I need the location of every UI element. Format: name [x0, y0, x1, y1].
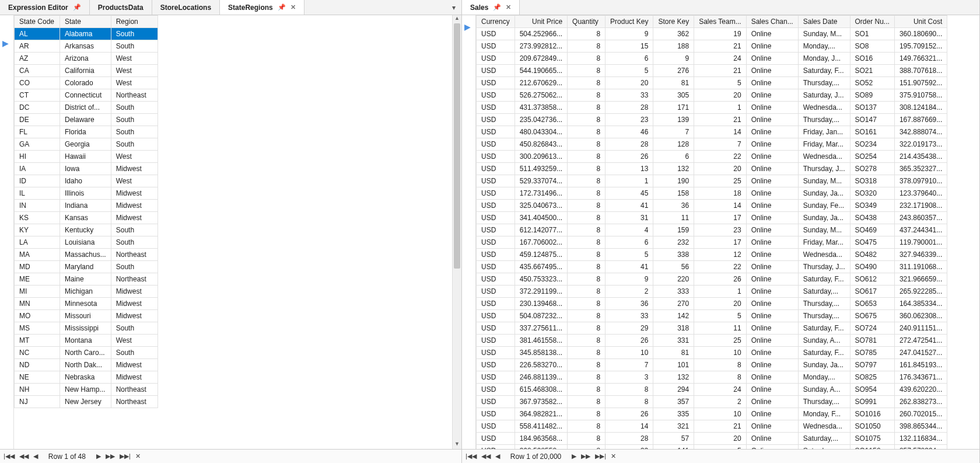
table-cell[interactable]: 142 [653, 310, 694, 322]
table-cell[interactable]: Sunday, M... [798, 28, 850, 40]
table-cell[interactable]: 1 [606, 175, 653, 187]
scroll-down-icon[interactable]: ▼ [453, 441, 461, 449]
table-cell[interactable]: 8 [568, 298, 606, 310]
table-cell[interactable]: 398.865344... [894, 420, 947, 433]
table-cell[interactable]: 362 [653, 28, 694, 40]
table-cell[interactable]: Nebraska [60, 371, 111, 384]
table-cell[interactable]: 8 [568, 359, 606, 371]
table-cell[interactable]: 212.670629... [514, 77, 567, 89]
table-row[interactable]: MEMaineNortheast [15, 273, 158, 286]
table-cell[interactable]: 378.097910... [894, 175, 947, 187]
table-cell[interactable]: 164.385334... [894, 298, 947, 310]
table-cell[interactable]: SO1075 [850, 433, 894, 445]
table-cell[interactable]: USD [477, 310, 515, 322]
table-cell[interactable]: 232 [653, 236, 694, 249]
table-cell[interactable]: USD [477, 187, 515, 200]
table-cell[interactable]: 8 [568, 212, 606, 224]
table-cell[interactable]: Arizona [60, 53, 111, 65]
table-cell[interactable]: 8 [568, 396, 606, 408]
nav-prev-icon[interactable]: ◀ [494, 452, 501, 460]
table-cell[interactable]: USD [477, 408, 515, 420]
table-row[interactable]: NENebraskaMidwest [15, 371, 158, 384]
table-row[interactable]: FLFloridaSouth [15, 126, 158, 138]
table-row[interactable]: DCDistrict of...South [15, 102, 158, 114]
column-header[interactable]: Currency [477, 16, 515, 28]
table-row[interactable]: USD504.087232...8331425OnlineThursday,..… [477, 310, 947, 322]
table-cell[interactable]: SO825 [850, 371, 894, 384]
table-cell[interactable]: SO1016 [850, 408, 894, 420]
table-cell[interactable]: Massachus... [60, 249, 111, 261]
scroll-thumb[interactable] [454, 23, 460, 269]
table-cell[interactable]: ID [15, 175, 60, 187]
table-cell[interactable]: Idaho [60, 175, 111, 187]
table-row[interactable]: USD615.468308...8829424OnlineSunday, A..… [477, 384, 947, 396]
table-row[interactable]: USD381.461558...82633125OnlineSunday, A.… [477, 335, 947, 347]
table-cell[interactable]: Saturday, F... [798, 322, 850, 335]
table-cell[interactable]: 26 [606, 151, 653, 163]
table-cell[interactable]: 195.709152... [894, 40, 947, 53]
table-cell[interactable]: 10 [694, 408, 746, 420]
table-cell[interactable]: SO137 [850, 102, 894, 114]
table-row[interactable]: USD364.982821...82633510OnlineMonday, F.… [477, 408, 947, 420]
table-cell[interactable]: 21 [694, 65, 746, 77]
table-cell[interactable]: USD [477, 298, 515, 310]
table-cell[interactable]: 8 [568, 138, 606, 151]
table-row[interactable]: DEDelawareSouth [15, 114, 158, 126]
table-cell[interactable]: Online [746, 249, 798, 261]
table-cell[interactable]: Wednesda... [798, 151, 850, 163]
table-cell[interactable]: DE [15, 114, 60, 126]
table-row[interactable]: USD230.139468...83627020OnlineThursday,.… [477, 298, 947, 310]
table-cell[interactable]: SO254 [850, 151, 894, 163]
table-cell[interactable]: MN [15, 298, 60, 310]
table-cell[interactable]: South [111, 102, 158, 114]
table-cell[interactable]: 8 [694, 371, 746, 384]
table-cell[interactable]: 132 [653, 163, 694, 175]
table-cell[interactable]: USD [477, 89, 515, 102]
table-cell[interactable]: 151.907592... [894, 77, 947, 89]
table-cell[interactable]: Midwest [111, 298, 158, 310]
table-cell[interactable]: Northeast [111, 249, 158, 261]
table-cell[interactable]: South [111, 40, 158, 53]
table-cell[interactable]: 158 [653, 187, 694, 200]
table-cell[interactable]: Northeast [111, 273, 158, 286]
table-cell[interactable]: NC [15, 347, 60, 359]
table-cell[interactable]: 450.826843... [514, 138, 567, 151]
table-cell[interactable]: 504.252966... [514, 28, 567, 40]
table-cell[interactable]: 31 [606, 212, 653, 224]
table-cell[interactable]: 365.352327... [894, 163, 947, 175]
table-cell[interactable]: 13 [606, 163, 653, 175]
column-header[interactable]: Region [111, 16, 158, 28]
table-cell[interactable]: 333 [653, 286, 694, 298]
table-cell[interactable]: Northeast [111, 384, 158, 396]
table-cell[interactable]: Online [746, 396, 798, 408]
table-cell[interactable]: 8 [568, 175, 606, 187]
table-cell[interactable]: 230.139468... [514, 298, 567, 310]
table-cell[interactable]: ND [15, 359, 60, 371]
table-row[interactable]: INIndianaMidwest [15, 200, 158, 212]
table-cell[interactable]: Maine [60, 273, 111, 286]
table-cell[interactable]: 294 [653, 384, 694, 396]
table-cell[interactable]: 305 [653, 89, 694, 102]
table-cell[interactable]: Online [746, 89, 798, 102]
table-cell[interactable]: Kentucky [60, 224, 111, 236]
table-cell[interactable]: 2 [694, 396, 746, 408]
table-cell[interactable]: 381.461558... [514, 335, 567, 347]
table-cell[interactable]: Montana [60, 335, 111, 347]
table-cell[interactable]: Online [746, 286, 798, 298]
table-row[interactable]: USD459.124875...8533812OnlineWednesda...… [477, 249, 947, 261]
table-cell[interactable]: USD [477, 114, 515, 126]
table-cell[interactable]: 149.766321... [894, 53, 947, 65]
table-cell[interactable]: USD [477, 261, 515, 273]
table-cell[interactable]: 8 [568, 335, 606, 347]
table-cell[interactable]: Kansas [60, 212, 111, 224]
table-cell[interactable]: 8 [568, 126, 606, 138]
table-cell[interactable]: Monday, J... [798, 53, 850, 65]
table-row[interactable]: USD544.190665...8527621OnlineSaturday, F… [477, 65, 947, 77]
close-icon[interactable]: ✕ [506, 4, 511, 11]
table-cell[interactable]: Sunday, M... [798, 224, 850, 236]
table-row[interactable]: ALAlabamaSouth [15, 28, 158, 40]
table-cell[interactable]: 311.191068... [894, 261, 947, 273]
table-row[interactable]: KYKentuckySouth [15, 224, 158, 236]
table-cell[interactable]: 8 [568, 236, 606, 249]
table-cell[interactable]: Thursday,... [798, 310, 850, 322]
